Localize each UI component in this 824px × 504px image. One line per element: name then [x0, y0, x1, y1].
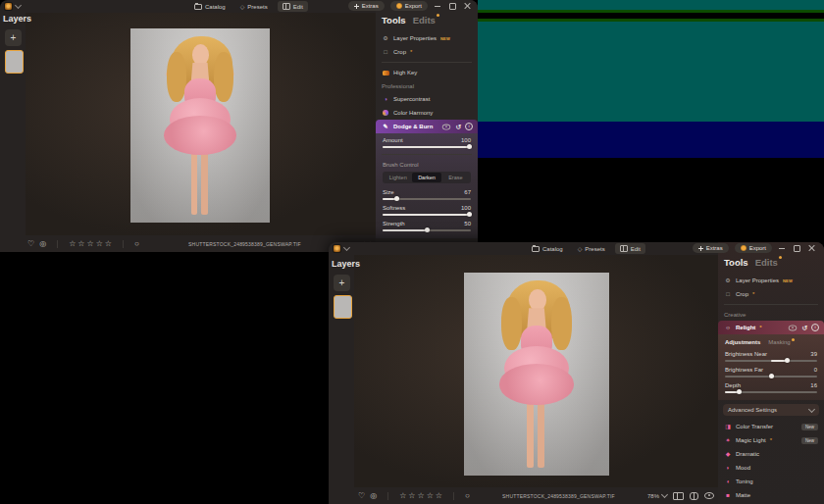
chevron-down-icon[interactable] [343, 244, 350, 251]
split-before-after-icon[interactable] [690, 492, 698, 500]
titlebar[interactable]: Catalog ◇ Presets Edit Extras Export [329, 242, 824, 255]
info-icon[interactable]: i [465, 123, 473, 130]
canvas-area[interactable] [26, 13, 376, 235]
tab-masking[interactable]: Masking [768, 339, 790, 345]
star-icon[interactable]: ☆ [96, 240, 103, 248]
depth-slider[interactable]: Depth 16 [718, 380, 824, 396]
top-menu: Catalog ◇ Presets Edit [189, 1, 308, 12]
tab-tools[interactable]: Tools [382, 15, 406, 25]
titlebar[interactable]: Catalog ◇ Presets Edit Extras Export [0, 0, 478, 13]
tool-color-transfer[interactable]: ◨ Color Transfer New [718, 420, 824, 433]
info-icon[interactable]: i [811, 324, 819, 331]
tab-lighten[interactable]: Lighten [384, 173, 412, 182]
tool-layer-properties[interactable]: ⚙ Layer Properties NEW [376, 31, 478, 45]
amount-slider[interactable]: Amount 100 [376, 135, 478, 151]
slider-handle[interactable] [467, 144, 472, 149]
tool-high-key[interactable]: High Key [376, 66, 478, 79]
visibility-eye-icon[interactable] [442, 124, 451, 129]
edit-button[interactable]: Edit [615, 243, 645, 254]
tool-layer-properties[interactable]: ⚙ Layer Properties NEW [718, 274, 824, 287]
tool-dramatic[interactable]: ◆ Dramatic [718, 447, 824, 461]
tool-mood[interactable]: ◗ Mood [718, 461, 824, 475]
export-button[interactable]: Export [735, 243, 772, 253]
slider-handle[interactable] [737, 389, 742, 394]
star-icon[interactable]: ☆ [105, 240, 112, 248]
chevron-down-icon[interactable] [15, 2, 22, 9]
close-button[interactable] [463, 2, 472, 11]
advanced-settings-toggle[interactable]: Advanced Settings [723, 404, 819, 416]
slider-handle[interactable] [785, 358, 790, 363]
slider-value: 100 [461, 137, 471, 143]
tool-relight-selected[interactable]: ☼ Relight * ↺ i [718, 321, 824, 334]
star-icon[interactable]: ☆ [427, 492, 434, 500]
layer-thumbnail[interactable] [5, 50, 24, 74]
maximize-button[interactable] [448, 2, 457, 11]
visibility-eye-icon[interactable] [789, 325, 798, 330]
compare-view-icon[interactable] [673, 492, 684, 500]
zoom-control[interactable]: 78% [647, 493, 667, 499]
reject-icon[interactable]: ◎ [370, 492, 377, 500]
slider-handle[interactable] [425, 227, 430, 232]
maximize-button[interactable] [793, 244, 801, 253]
star-icon[interactable]: ☆ [77, 240, 84, 248]
star-icon[interactable]: ☆ [87, 240, 94, 248]
strength-slider[interactable]: Strength 50 [376, 219, 478, 234]
brightness-near-slider[interactable]: Brightness Near 39 [718, 349, 824, 365]
layer-thumbnail[interactable] [334, 295, 352, 319]
minimize-button[interactable] [434, 2, 442, 11]
tool-matte[interactable]: ■ Matte [718, 488, 824, 502]
brightness-far-slider[interactable]: Brightness Far 0 [718, 365, 824, 380]
tool-crop[interactable]: □ Crop * [376, 45, 478, 59]
presets-button[interactable]: ◇ Presets [573, 244, 610, 254]
app-logo-icon[interactable] [4, 2, 13, 11]
tab-darken[interactable]: Darken [412, 173, 440, 182]
tab-adjustments[interactable]: Adjustments [725, 339, 760, 345]
reject-icon[interactable]: ◎ [39, 240, 46, 248]
edit-button[interactable]: Edit [278, 1, 308, 12]
favorite-icon[interactable]: ♡ [27, 240, 34, 248]
softness-slider[interactable]: Softness 100 [376, 203, 478, 219]
extras-button[interactable]: Extras [693, 243, 729, 253]
slider-handle[interactable] [467, 212, 472, 217]
tab-edits[interactable]: Edits [413, 15, 436, 25]
tool-color-harmony[interactable]: Color Harmony [376, 106, 478, 120]
tool-magic-light[interactable]: ✶ Magic Light * New [718, 433, 824, 447]
star-rating[interactable]: ☆ ☆ ☆ ☆ ☆ [69, 240, 112, 248]
extras-button[interactable]: Extras [348, 1, 385, 11]
tool-toning[interactable]: ◖ Toning [718, 475, 824, 488]
tab-edits[interactable]: Edits [755, 257, 778, 268]
close-button[interactable] [807, 244, 816, 253]
tool-dodge-burn-selected[interactable]: ✎ Dodge & Burn ↺ i [376, 120, 478, 133]
presets-button[interactable]: ◇ Presets [235, 2, 273, 12]
tool-supercontrast[interactable]: ◑ Supercontrast [376, 92, 478, 106]
star-icon[interactable]: ☆ [436, 492, 442, 500]
size-slider[interactable]: Size 67 [376, 187, 478, 203]
add-layer-button[interactable]: + [334, 275, 350, 291]
star-icon[interactable]: ☆ [408, 492, 415, 500]
export-button[interactable]: Export [390, 1, 428, 11]
star-rating[interactable]: ☆ ☆ ☆ ☆ ☆ [399, 492, 442, 500]
slider-handle[interactable] [394, 196, 399, 201]
tool-crop[interactable]: □ Crop * [718, 287, 824, 301]
star-icon[interactable]: ☆ [69, 240, 76, 248]
app-logo-icon[interactable] [333, 244, 341, 253]
reset-icon[interactable]: ↺ [801, 325, 807, 331]
photo-preview[interactable] [130, 28, 270, 223]
chevron-down-icon [661, 491, 668, 498]
star-icon[interactable]: ☆ [399, 492, 406, 500]
catalog-button[interactable]: Catalog [189, 2, 231, 12]
tab-erase[interactable]: Erase [441, 173, 470, 182]
favorite-icon[interactable]: ♡ [358, 492, 365, 500]
photo-preview[interactable] [464, 273, 609, 476]
tab-tools[interactable]: Tools [724, 257, 748, 268]
top-menu: Catalog ◇ Presets Edit [527, 243, 645, 254]
add-layer-button[interactable]: + [5, 29, 22, 46]
canvas-area[interactable] [354, 255, 718, 487]
minimize-button[interactable] [778, 244, 787, 253]
reset-icon[interactable]: ↺ [455, 124, 461, 130]
slider-handle[interactable] [769, 374, 774, 378]
quick-preview-eye-icon[interactable] [704, 492, 714, 499]
catalog-button[interactable]: Catalog [527, 244, 568, 254]
tool-label: Color Transfer [736, 424, 773, 429]
star-icon[interactable]: ☆ [418, 492, 425, 500]
